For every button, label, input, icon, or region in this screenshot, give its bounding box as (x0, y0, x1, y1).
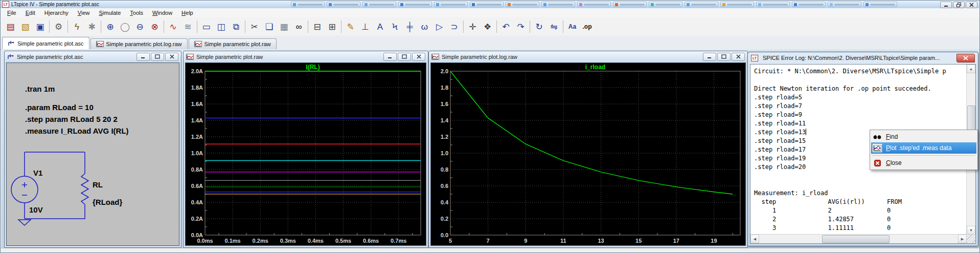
copy-button[interactable]: ❏ (262, 19, 277, 34)
taskbar-button-10[interactable] (613, 2, 647, 7)
schematic-window-titlebar[interactable]: Simple parametric plot.asc (5, 51, 181, 62)
taskbar-button-5[interactable] (434, 2, 468, 7)
place-ground-button[interactable]: ⊥ (358, 19, 373, 34)
trace-label[interactable]: I(RL) (306, 64, 320, 71)
menu-tools[interactable]: Tools (125, 9, 148, 17)
zoom-in-button[interactable]: ⊕ (103, 19, 118, 34)
close-button[interactable] (966, 2, 977, 8)
cut-button[interactable]: ✂ (247, 19, 262, 34)
move-button[interactable]: ✛ (465, 19, 480, 34)
schematic-window-maximize-button[interactable] (151, 53, 164, 61)
taskbar-button-2[interactable] (327, 2, 360, 7)
tile-vertically-button[interactable]: ◫ (214, 19, 229, 34)
taskbar-button-17[interactable] (863, 2, 897, 7)
context-menu-item-find[interactable]: Find (871, 131, 976, 142)
open-file-button[interactable]: ▧ (18, 19, 33, 34)
run-button[interactable]: ϟ (70, 19, 84, 34)
menu-window[interactable]: Window (148, 9, 177, 17)
schematic-window-close-button[interactable] (165, 53, 178, 61)
taskbar-button-1[interactable] (291, 2, 325, 7)
schematic-canvas[interactable]: .tran 1m .param RLoad = 10 .step param R… (6, 62, 179, 246)
print-preview-button[interactable]: ⊞ (325, 19, 339, 34)
context-menu-item-plot[interactable]: Plot .step'ed .meas data (871, 142, 976, 154)
drag-button[interactable]: ❖ (480, 19, 495, 34)
taskbar-button-6[interactable] (470, 2, 504, 7)
plot-settings-button[interactable]: ≋ (180, 19, 195, 34)
taskbar-button-14[interactable] (756, 2, 790, 7)
undo-button[interactable]: ↶ (498, 19, 513, 34)
tile-horizontally-button[interactable]: ▭ (199, 19, 214, 34)
mirror-button[interactable]: ⇋ (546, 19, 561, 34)
spice-directive-button[interactable]: .op (580, 19, 595, 34)
scroll-up-arrow-icon[interactable]: ▲ (967, 65, 975, 73)
control-panel-button[interactable]: ⚙ (51, 19, 66, 34)
tab-simple-parametric-plot-raw[interactable]: Simple parametric plot.raw (189, 38, 277, 49)
zoom-out-button[interactable]: ⊖ (132, 19, 147, 34)
scroll-down-arrow-icon[interactable]: ▼ (967, 226, 975, 235)
taskbar-button-3[interactable] (362, 2, 396, 7)
add-text-button[interactable]: Aa (565, 19, 580, 34)
restore-button[interactable] (953, 2, 965, 8)
place-label-button[interactable]: A (373, 19, 388, 34)
taskbar-button-16[interactable] (828, 2, 861, 7)
tab-simple-parametric-plot-asc[interactable]: Simple parametric plot.asc (2, 37, 89, 49)
taskbar-button-4[interactable] (398, 2, 432, 7)
draw-wire-button[interactable]: ✎ (343, 19, 358, 34)
place-capacitor-button[interactable]: ╪ (402, 19, 417, 34)
menu-hierarchy[interactable]: Hierarchy (40, 9, 73, 17)
plot-log-raw-window-maximize-button[interactable] (717, 53, 731, 61)
taskbar-button-7[interactable] (506, 2, 539, 7)
menu-file[interactable]: File (3, 9, 21, 17)
menu-view[interactable]: View (73, 9, 95, 17)
plot-raw-window-minimize-button[interactable] (383, 53, 397, 61)
plot-log-raw-window-close-button[interactable] (732, 53, 745, 61)
context-menu-item-close[interactable]: Close (871, 157, 976, 168)
taskbar-button-11[interactable] (649, 2, 682, 7)
error-log-close-button[interactable] (956, 54, 975, 62)
taskbar-app-icon (400, 3, 403, 6)
plot-raw-window-close-button[interactable] (412, 53, 425, 61)
zoom-full-extents-button[interactable]: ⊗ (147, 19, 162, 34)
plot-log-raw-titlebar[interactable]: Simple parametric plot.log.raw (429, 51, 747, 62)
place-inductor-button[interactable]: ω (417, 19, 432, 34)
autorange-y-button[interactable]: ∿ (166, 19, 180, 34)
taskbar-button-9[interactable] (577, 2, 611, 7)
plot-log-raw-window-minimize-button[interactable] (703, 53, 716, 61)
plot-raw-titlebar[interactable]: Simple parametric plot.raw (184, 51, 428, 62)
resize-grip[interactable] (967, 235, 975, 243)
halt-button[interactable]: ✱ (84, 19, 99, 34)
plot-log-raw-chart[interactable]: 57911131517190.00.20.40.60.81.01.21.41.6… (431, 63, 745, 245)
taskbar-button-8[interactable] (541, 2, 575, 7)
plot-raw-chart[interactable]: 0.0ms0.1ms0.2ms0.3ms0.4ms0.5ms0.6ms0.7ms… (186, 63, 426, 245)
minimize-button[interactable] (940, 2, 952, 8)
scroll-left-arrow-icon[interactable]: ◀ (750, 235, 759, 243)
horizontal-scroll-thumb[interactable] (822, 235, 890, 243)
rotate-button[interactable]: ↻ (532, 19, 546, 34)
save-button[interactable]: ▣ (33, 19, 48, 34)
tab-simple-parametric-plot-log-raw[interactable]: Simple parametric plot.log.raw (90, 38, 188, 49)
error-log-titlebar[interactable]: LT SPICE Error Log: N:\Common\2. Diverse… (748, 52, 978, 64)
place-component-button[interactable]: ⊃ (447, 19, 462, 34)
redo-button[interactable]: ↷ (513, 19, 528, 34)
menu-edit[interactable]: Edit (21, 9, 40, 17)
paste-button[interactable]: ▦ (277, 19, 291, 34)
scroll-right-arrow-icon[interactable]: ▶ (958, 235, 967, 243)
taskbar-button-15[interactable] (792, 2, 826, 7)
plot-log-raw-pane[interactable]: 57911131517190.00.20.40.60.81.01.21.41.6… (430, 62, 746, 246)
plot-raw-pane[interactable]: 0.0ms0.1ms0.2ms0.3ms0.4ms0.5ms0.6ms0.7ms… (185, 62, 426, 246)
taskbar-button-12[interactable] (685, 2, 718, 7)
trace-label[interactable]: i_rload (585, 64, 605, 71)
place-diode-button[interactable]: ▷ (432, 19, 447, 34)
menu-simulate[interactable]: Simulate (94, 9, 125, 17)
menu-help[interactable]: Help (177, 9, 198, 17)
new-schematic-button[interactable]: ▤ (3, 19, 18, 34)
find-button[interactable]: ∞ (291, 19, 306, 34)
schematic-window-minimize-button[interactable] (136, 53, 150, 61)
print-button[interactable]: ⊟ (310, 19, 325, 34)
plot-raw-window-maximize-button[interactable] (398, 53, 411, 61)
place-resistor-button[interactable]: Ϟ (388, 19, 402, 34)
zoom-back-button[interactable]: ◯ (118, 19, 132, 34)
taskbar-button-13[interactable] (720, 2, 754, 7)
horizontal-scrollbar[interactable]: ◀ ▶ (750, 234, 967, 243)
cascade-windows-button[interactable]: ⧉ (229, 19, 243, 34)
